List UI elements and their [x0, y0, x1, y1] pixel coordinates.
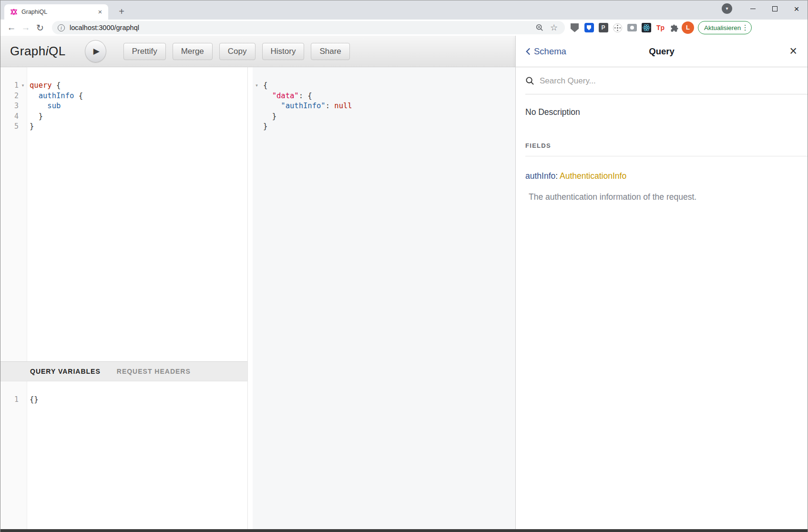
- toolbar-button-merge[interactable]: Merge: [173, 43, 213, 60]
- shield-icon: [571, 23, 579, 32]
- code-text: query {: [30, 81, 61, 91]
- tp-extension-icon[interactable]: Tp: [655, 23, 665, 33]
- camera-icon: [627, 24, 637, 31]
- browser-toolbar: ← → ↻ i localhost:3000/graphql ☆ P Tp: [0, 20, 808, 36]
- new-tab-button[interactable]: +: [115, 5, 128, 19]
- minimize-icon: [750, 9, 756, 9]
- window-maximize-button[interactable]: [764, 1, 786, 16]
- address-bar[interactable]: i localhost:3000/graphql ☆: [52, 21, 565, 34]
- fold-spacer: [253, 122, 261, 132]
- doc-close-icon[interactable]: ×: [789, 45, 797, 58]
- code-text: "authInfo": null: [263, 101, 352, 112]
- result-viewer-lines: ▾{ "data": { "authInfo": null }}: [253, 81, 515, 132]
- fold-spacer: [253, 101, 261, 112]
- graphiql-toolbar: PrettifyMergeCopyHistoryShare: [123, 43, 350, 60]
- window-close-button[interactable]: ×: [786, 1, 808, 16]
- url-text[interactable]: localhost:3000/graphql: [70, 24, 535, 31]
- query-editor[interactable]: 1▾query {2 authInfo {3 sub4 }5}: [0, 67, 247, 361]
- code-line[interactable]: }: [253, 122, 515, 132]
- fold-spacer: [19, 122, 27, 132]
- back-button[interactable]: ←: [4, 22, 19, 33]
- chrome-status-chevron-icon[interactable]: ▾: [722, 3, 732, 14]
- fold-spacer: [19, 101, 27, 112]
- window-minimize-button[interactable]: [742, 1, 764, 16]
- dots-circle-extension-icon[interactable]: [613, 23, 623, 33]
- type-name-link[interactable]: AuthenticationInfo: [560, 171, 626, 181]
- code-text: }: [263, 112, 276, 122]
- query-pane: 1▾query {2 authInfo {3 sub4 }5} QUERY VA…: [0, 67, 248, 529]
- line-number: 2: [0, 91, 19, 102]
- extensions-puzzle-icon[interactable]: [670, 23, 680, 33]
- browser-tab-strip: GraphiQL × + ▾ ×: [0, 0, 808, 20]
- fold-spacer: [19, 91, 27, 102]
- code-line[interactable]: 4 }: [0, 112, 247, 122]
- doc-explorer: Schema Query × No Description FIELDS aut…: [515, 36, 808, 529]
- line-number: 1: [0, 81, 19, 91]
- editor-drag-divider[interactable]: [248, 67, 253, 529]
- code-line[interactable]: }: [253, 112, 515, 122]
- code-line[interactable]: "data": {: [253, 91, 515, 102]
- p-extension-icon[interactable]: P: [598, 23, 608, 33]
- code-line[interactable]: 3 sub: [0, 101, 247, 112]
- query-editor-lines: 1▾query {2 authInfo {3 sub4 }5}: [0, 81, 247, 132]
- browser-tab[interactable]: GraphiQL ×: [4, 4, 108, 20]
- field-name-link[interactable]: authInfo: [525, 171, 555, 181]
- fields-heading: FIELDS: [525, 142, 798, 149]
- line-number: 3: [0, 101, 19, 112]
- camera-extension-icon[interactable]: [627, 23, 637, 33]
- code-text: "data": {: [263, 91, 312, 102]
- site-info-icon[interactable]: i: [58, 24, 65, 31]
- fold-arrow-icon[interactable]: ▾: [253, 81, 261, 91]
- variables-tabs: QUERY VARIABLESREQUEST HEADERS: [0, 361, 247, 381]
- field-description: The authentication information of the re…: [529, 192, 798, 202]
- code-text: }: [30, 122, 34, 132]
- profile-avatar[interactable]: L: [682, 21, 694, 34]
- play-icon: ▶: [93, 46, 100, 56]
- react-devtools-icon[interactable]: [641, 23, 651, 33]
- tab-request-headers[interactable]: REQUEST HEADERS: [117, 368, 191, 375]
- code-line[interactable]: "authInfo": null: [253, 101, 515, 112]
- update-chip-label: Aktualisieren: [704, 24, 741, 31]
- graphiql-app: GraphiQL ▶ PrettifyMergeCopyHistoryShare…: [0, 36, 515, 529]
- code-line[interactable]: ▾{: [253, 81, 515, 91]
- search-icon: [525, 76, 534, 85]
- code-text: }: [30, 112, 43, 122]
- doc-title: Query: [516, 46, 808, 57]
- graphiql-logo: GraphiQL: [10, 44, 66, 59]
- ublock-shield-icon[interactable]: [570, 23, 580, 33]
- result-viewer[interactable]: ▾{ "data": { "authInfo": null }}: [253, 67, 515, 529]
- toolbar-button-share[interactable]: Share: [311, 43, 349, 60]
- fold-spacer: [253, 112, 261, 122]
- fold-spacer: [19, 112, 27, 122]
- maximize-icon: [772, 6, 777, 11]
- tab-close-icon[interactable]: ×: [96, 8, 104, 16]
- toolbar-button-copy[interactable]: Copy: [219, 43, 256, 60]
- kebab-menu-icon[interactable]: ⋮: [741, 23, 749, 32]
- query-variables-editor[interactable]: 1{}: [0, 381, 247, 529]
- line-number: 1: [0, 395, 19, 405]
- close-icon: ×: [794, 4, 799, 13]
- doc-search-row: [516, 67, 808, 94]
- fold-spacer: [253, 91, 261, 102]
- bookmark-star-icon[interactable]: ☆: [548, 22, 560, 33]
- code-line[interactable]: 5}: [0, 122, 247, 132]
- code-text: {}: [30, 395, 39, 405]
- graphql-favicon-icon: [10, 8, 18, 16]
- zoom-icon[interactable]: [535, 23, 548, 32]
- doc-search-input[interactable]: [540, 76, 740, 86]
- field-row: authInfo: AuthenticationInfo: [525, 171, 798, 181]
- toolbar-button-prettify[interactable]: Prettify: [123, 43, 166, 60]
- update-chip-button[interactable]: Aktualisieren ⋮: [698, 21, 752, 34]
- fold-arrow-icon[interactable]: ▾: [19, 81, 27, 91]
- bitwarden-shield-icon[interactable]: [584, 23, 594, 33]
- line-number: 5: [0, 122, 19, 132]
- execute-query-button[interactable]: ▶: [85, 40, 106, 62]
- code-line[interactable]: 2 authInfo {: [0, 91, 247, 102]
- code-line[interactable]: 1▾query {: [0, 81, 247, 91]
- code-line[interactable]: 1{}: [0, 395, 247, 405]
- reload-button[interactable]: ↻: [33, 22, 47, 33]
- type-description: No Description: [525, 107, 798, 117]
- toolbar-button-history[interactable]: History: [262, 43, 305, 60]
- doc-explorer-header: Schema Query ×: [516, 36, 808, 67]
- tab-query-variables[interactable]: QUERY VARIABLES: [30, 368, 101, 375]
